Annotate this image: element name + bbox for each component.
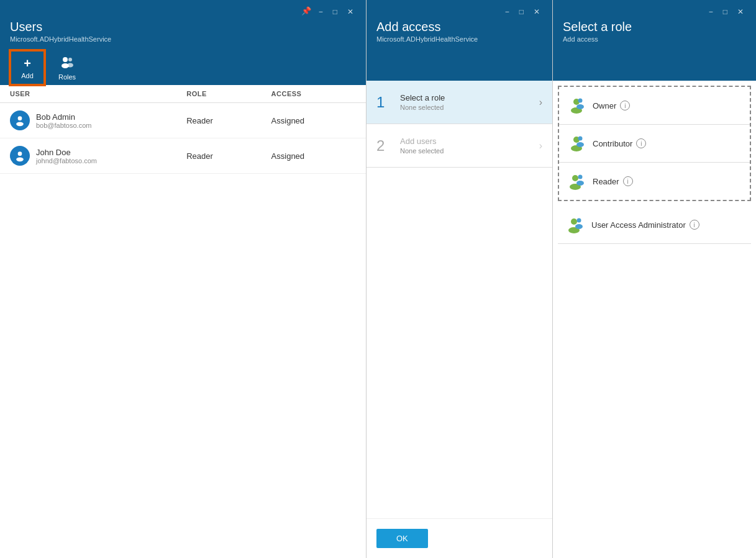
owner-info-icon[interactable]: i — [620, 101, 630, 110]
contributor-icon — [567, 133, 586, 153]
add-access-close-btn[interactable]: ✕ — [531, 6, 542, 17]
add-access-subtitle: Microsoft.ADHybridHealthService — [376, 35, 542, 43]
step-1-subtitle: None selected — [400, 104, 539, 111]
owner-name: Owner — [593, 101, 616, 110]
select-role-maximize-btn[interactable]: □ — [721, 6, 730, 17]
step-2-subtitle: None selected — [400, 147, 539, 155]
users-panel-header: 📌 − □ ✕ Users Microsoft.ADHybridHealthSe… — [0, 0, 366, 85]
users-toolbar: + Add Roles — [10, 50, 356, 85]
users-panel: 📌 − □ ✕ Users Microsoft.ADHybridHealthSe… — [0, 0, 367, 558]
user-email-2: johnd@fabtoso.com — [36, 157, 97, 164]
users-minimize-btn[interactable]: − — [316, 6, 326, 17]
svg-point-2 — [68, 58, 72, 61]
reader-icon — [567, 171, 586, 191]
user-name-2: John Doe — [36, 148, 97, 157]
svg-point-18 — [578, 175, 583, 179]
header-role: ROLE — [186, 90, 271, 97]
step-1[interactable]: 1 Select a role None selected › — [367, 81, 552, 124]
step-1-number: 1 — [376, 94, 391, 111]
add-access-panel: − □ ✕ Add access Microsoft.ADHybridHealt… — [367, 0, 553, 558]
users-maximize-btn[interactable]: □ — [330, 6, 340, 17]
step-2-number: 2 — [376, 137, 391, 155]
contributor-name-content: Contributor i — [593, 138, 646, 148]
svg-point-16 — [572, 175, 578, 181]
svg-point-22 — [577, 218, 581, 223]
ok-button[interactable]: OK — [376, 529, 428, 548]
roles-button[interactable]: Roles — [50, 50, 84, 85]
avatar-1 — [10, 110, 30, 130]
role-item-reader[interactable]: Reader i — [559, 163, 750, 200]
svg-point-11 — [576, 104, 584, 109]
users-table: USER ROLE ACCESS Bob Admin bob@fabtoso.c — [0, 85, 366, 558]
contributor-name: Contributor — [593, 139, 632, 148]
svg-point-4 — [18, 116, 22, 120]
table-row[interactable]: John Doe johnd@fabtoso.com Reader Assign… — [0, 138, 366, 174]
user-info-1: Bob Admin bob@fabtoso.com — [36, 112, 91, 129]
pin-icon: 📌 — [301, 6, 311, 17]
user-access-admin-name: User Access Administrator — [591, 220, 686, 230]
step-1-title: Select a role — [400, 93, 539, 102]
select-role-title: Select a role — [563, 20, 746, 34]
table-header-row: USER ROLE ACCESS — [0, 85, 366, 103]
select-role-window-controls: − □ ✕ — [563, 6, 746, 17]
roles-icon — [60, 55, 74, 72]
select-role-subtitle: Add access — [563, 35, 746, 43]
avatar-2 — [10, 146, 30, 166]
add-button[interactable]: + Add — [10, 50, 45, 85]
role-cell-1: Reader — [186, 116, 271, 125]
add-label: Add — [21, 72, 34, 79]
svg-point-15 — [576, 142, 584, 147]
roles-label: Roles — [58, 73, 76, 81]
role-item-user-access-admin[interactable]: User Access Administrator i — [558, 206, 751, 244]
role-item-owner[interactable]: Owner i — [559, 87, 750, 125]
access-cell-1: Assigned — [271, 116, 356, 125]
step-2[interactable]: 2 Add users None selected › — [367, 124, 552, 168]
role-list: Owner i Contributo — [553, 81, 756, 558]
add-access-maximize-btn[interactable]: □ — [517, 6, 526, 17]
ok-bar: OK — [367, 518, 552, 558]
access-cell-2: Assigned — [271, 151, 356, 161]
role-item-contributor[interactable]: Contributor i — [559, 125, 750, 163]
user-cell-1: Bob Admin bob@fabtoso.com — [10, 110, 186, 130]
add-access-title: Add access — [376, 20, 542, 34]
users-window-controls: 📌 − □ ✕ — [10, 6, 356, 17]
select-role-close-btn[interactable]: ✕ — [735, 6, 746, 17]
svg-point-7 — [16, 158, 24, 162]
select-role-minimize-btn[interactable]: − — [706, 6, 716, 17]
svg-point-23 — [575, 224, 583, 229]
user-access-admin-content: User Access Administrator i — [591, 220, 699, 230]
user-email-1: bob@fabtoso.com — [36, 122, 91, 129]
step-2-arrow: › — [539, 140, 542, 151]
users-title: Users — [10, 20, 356, 34]
svg-point-5 — [16, 122, 24, 127]
role-cell-2: Reader — [186, 151, 271, 161]
svg-point-14 — [578, 137, 583, 141]
users-subtitle: Microsoft.ADHybridHealthService — [10, 35, 356, 43]
step-1-content: Select a role None selected — [400, 93, 539, 111]
reader-info-icon[interactable]: i — [623, 176, 633, 186]
user-info-2: John Doe johnd@fabtoso.com — [36, 148, 97, 164]
contributor-info-icon[interactable]: i — [636, 138, 646, 148]
reader-name-content: Reader i — [593, 176, 633, 186]
role-list-bordered: Owner i Contributo — [558, 86, 751, 201]
add-access-minimize-btn[interactable]: − — [503, 6, 512, 17]
users-close-btn[interactable]: ✕ — [345, 6, 356, 17]
header-access: ACCESS — [271, 90, 356, 97]
svg-point-20 — [571, 218, 577, 225]
owner-name-content: Owner i — [593, 101, 630, 110]
header-user: USER — [10, 90, 186, 97]
svg-point-6 — [18, 151, 22, 156]
select-role-panel: − □ ✕ Select a role Add access — [553, 0, 756, 558]
reader-name: Reader — [593, 177, 619, 186]
user-access-admin-icon — [565, 215, 585, 235]
add-icon: + — [24, 56, 31, 71]
svg-point-19 — [576, 181, 584, 186]
user-access-admin-info-icon[interactable]: i — [690, 220, 699, 230]
add-access-window-controls: − □ ✕ — [376, 6, 542, 17]
add-access-header: − □ ✕ Add access Microsoft.ADHybridHealt… — [367, 0, 552, 81]
user-cell-2: John Doe johnd@fabtoso.com — [10, 146, 186, 166]
owner-icon — [567, 96, 586, 115]
table-row[interactable]: Bob Admin bob@fabtoso.com Reader Assigne… — [0, 103, 366, 138]
step-2-title: Add users — [400, 137, 539, 146]
step-2-content: Add users None selected — [400, 137, 539, 155]
